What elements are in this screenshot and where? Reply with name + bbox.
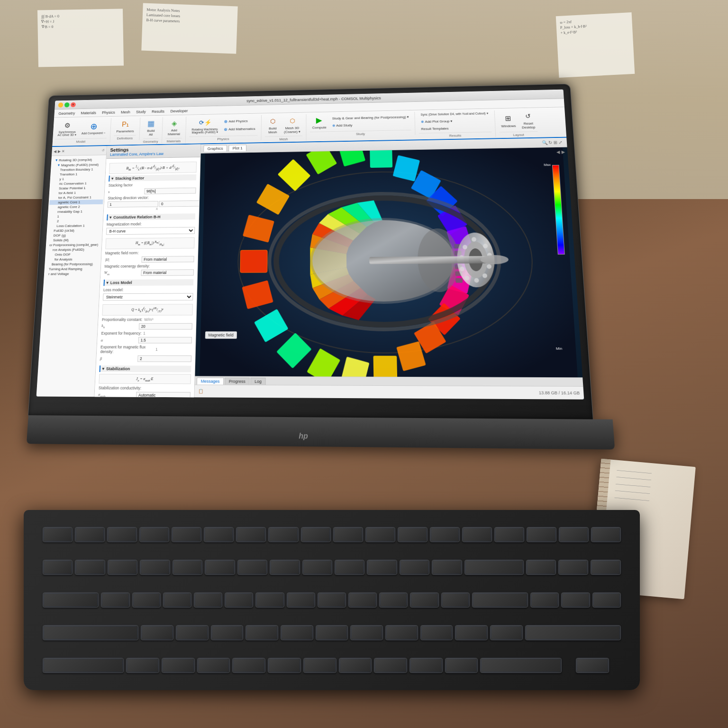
beta-input[interactable] xyxy=(137,355,191,362)
key-8[interactable] xyxy=(302,560,332,575)
key-0[interactable] xyxy=(367,560,397,575)
maximize-button[interactable] xyxy=(64,102,70,107)
log-tab[interactable]: Log xyxy=(250,378,265,385)
kh-input[interactable] xyxy=(139,323,192,329)
key-pgup[interactable] xyxy=(591,560,620,575)
key-j[interactable] xyxy=(350,625,383,640)
study-gear-button[interactable]: Study & Gear and Bearing (for Postproces… xyxy=(330,114,411,122)
key-o[interactable] xyxy=(348,592,377,608)
key-2[interactable] xyxy=(108,560,137,575)
magnetization-select[interactable]: B-H curve xyxy=(106,227,195,235)
key-i[interactable] xyxy=(318,592,346,608)
key-lshift[interactable] xyxy=(43,658,124,673)
plot1-tab[interactable]: Plot 1 xyxy=(228,145,246,151)
windows-button[interactable]: ⊞ Windows xyxy=(498,112,519,129)
synchronous-drive-button[interactable]: ⚙ SynchronousAC Drive 3D ▾ xyxy=(55,119,80,138)
menu-study[interactable]: Study xyxy=(134,109,149,115)
y-input[interactable] xyxy=(159,200,201,207)
key-t[interactable] xyxy=(225,592,253,608)
add-plot-group-button[interactable]: ⊕ Add Plot Group ▾ xyxy=(419,117,491,125)
menu-results[interactable]: Results xyxy=(149,108,167,114)
key-fn2[interactable] xyxy=(494,527,524,542)
add-study-button[interactable]: ⊕ Add Study xyxy=(330,121,411,129)
tree-item-bearing[interactable]: Bearing (for Postprocessing) xyxy=(46,262,100,267)
key-pgdn[interactable] xyxy=(592,592,621,608)
key-f1[interactable] xyxy=(75,527,105,542)
stabilization-header[interactable]: ▾ Stabilization xyxy=(100,365,191,372)
sync-solution-button[interactable]: Sync (Drive Solution D4, with Yust and C… xyxy=(419,110,491,118)
key-semicolon[interactable] xyxy=(455,625,488,640)
key-comma[interactable] xyxy=(374,658,407,673)
key-m[interactable] xyxy=(339,658,372,673)
stacking-s-input[interactable] xyxy=(144,188,196,194)
key-slash[interactable] xyxy=(445,658,478,673)
key-z[interactable] xyxy=(126,658,159,673)
key-e[interactable] xyxy=(163,592,191,608)
key-w[interactable] xyxy=(132,592,161,608)
key-v[interactable] xyxy=(232,658,265,673)
parameters-button[interactable]: P₁ Parameters xyxy=(114,118,136,135)
key-up[interactable] xyxy=(576,658,609,673)
key-k[interactable] xyxy=(385,625,418,640)
graphics-viewport[interactable]: Magnetic field Max Min ◀ ▶ xyxy=(195,147,582,378)
alpha-input[interactable] xyxy=(138,337,192,344)
stacking-header[interactable]: ▾ Stacking Factor xyxy=(109,174,196,182)
key-d[interactable] xyxy=(211,625,244,640)
key-q[interactable] xyxy=(101,592,129,608)
add-physics-button[interactable]: ⊕ Add Physics xyxy=(222,117,258,125)
key-4[interactable] xyxy=(173,560,202,575)
key-p[interactable] xyxy=(379,592,408,608)
key-f2[interactable] xyxy=(107,527,137,542)
key-7[interactable] xyxy=(270,560,300,575)
progress-tab[interactable]: Progress xyxy=(225,378,250,385)
key-5[interactable] xyxy=(205,560,235,575)
add-component-button[interactable]: ⊕ Add Component ~ xyxy=(80,120,108,136)
rotating-machinery-button[interactable]: ⟳⚡ Rotating Machinery,Magnetic (Full3D) … xyxy=(190,116,221,136)
key-f[interactable] xyxy=(246,625,278,640)
tree-item-turning[interactable]: Turning And Ramping xyxy=(45,266,100,272)
key-r[interactable] xyxy=(194,592,222,608)
key-capslock[interactable] xyxy=(43,625,138,640)
key-f4[interactable] xyxy=(172,527,201,542)
key-f9[interactable] xyxy=(333,527,363,542)
key-b[interactable] xyxy=(268,658,301,673)
key-s[interactable] xyxy=(176,625,209,640)
key-tab[interactable] xyxy=(43,592,99,608)
loss-model-select[interactable]: Steinmetz xyxy=(103,293,193,301)
add-mathematics-button[interactable]: ⊕ Add Mathematics xyxy=(222,125,258,133)
key-f11[interactable] xyxy=(398,527,428,542)
key-minus[interactable] xyxy=(400,560,429,575)
key-backtick[interactable] xyxy=(43,560,73,575)
key-h[interactable] xyxy=(316,625,348,640)
key-1[interactable] xyxy=(75,560,105,575)
key-f10[interactable] xyxy=(365,527,395,542)
key-f5[interactable] xyxy=(204,527,234,542)
compute-button[interactable]: ▶ Compute xyxy=(310,114,328,131)
key-enter[interactable] xyxy=(525,625,621,640)
loss-header[interactable]: ▾ Loss Model xyxy=(103,279,193,286)
x-input[interactable] xyxy=(108,201,158,208)
key-home[interactable] xyxy=(558,560,588,575)
messages-tab[interactable]: Messages xyxy=(197,377,224,384)
key-x[interactable] xyxy=(162,658,195,673)
key-l[interactable] xyxy=(420,625,453,640)
key-9[interactable] xyxy=(335,560,364,575)
result-templates-button[interactable]: Result Templates xyxy=(419,125,491,132)
key-f7[interactable] xyxy=(268,527,298,542)
close-button[interactable]: ✕ xyxy=(71,102,76,107)
key-del2[interactable] xyxy=(530,592,559,608)
build-mesh-button[interactable]: ⬡ BuildMesh xyxy=(265,115,281,136)
key-lbracket[interactable] xyxy=(410,592,438,608)
key-rbracket[interactable] xyxy=(441,592,470,608)
key-del[interactable] xyxy=(462,527,492,542)
tree-item-voltage[interactable]: r and Voltage xyxy=(45,271,100,276)
key-a[interactable] xyxy=(141,625,173,640)
build-all-button[interactable]: ▦ BuildAll xyxy=(143,117,159,137)
key-f8[interactable] xyxy=(301,527,331,542)
key-period[interactable] xyxy=(410,658,443,673)
key-n[interactable] xyxy=(303,658,337,673)
key-c[interactable] xyxy=(197,658,230,673)
reset-desktop-button[interactable]: ↺ ResetDesktop xyxy=(519,109,537,131)
key-fn3[interactable] xyxy=(527,527,556,542)
key-u[interactable] xyxy=(287,592,315,608)
